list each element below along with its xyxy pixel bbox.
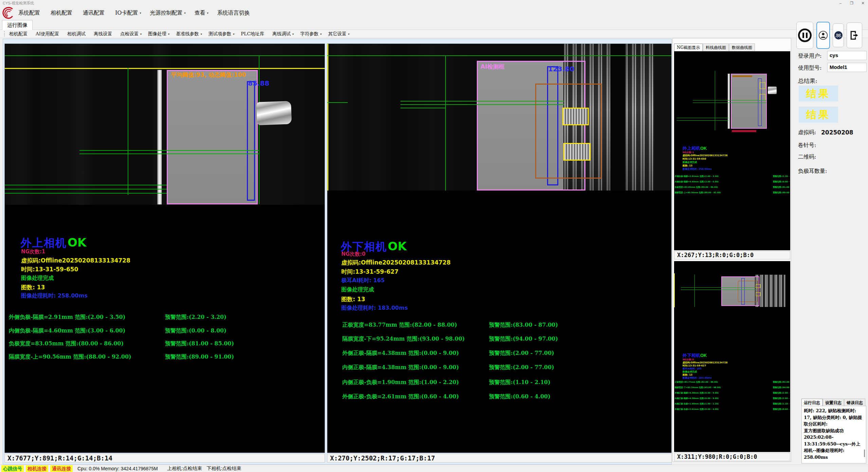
tab-data-curve[interactable]: 数据曲线图 xyxy=(729,43,755,52)
menu-label: 查看 xyxy=(194,10,205,16)
login-user-label: 登录用户: xyxy=(798,53,821,60)
measure-line xyxy=(694,275,695,307)
lower-camera-coordinate-bar: X:270;Y:2502;R:17;G:17;B:17 xyxy=(327,454,672,462)
negative-tab-count-label: 负极耳数量: xyxy=(798,168,827,175)
virtual-code-text: 虚拟码:Offline20250208133134728 xyxy=(683,154,728,157)
tab-run-image[interactable]: 运行图像 xyxy=(2,20,33,30)
roi-box xyxy=(738,281,758,302)
menu-light-control-config[interactable]: 光源控制配置▾ xyxy=(150,10,185,17)
frame-count-text: 图数: 13 xyxy=(683,164,692,167)
menu-view[interactable]: 查看▾ xyxy=(194,10,208,17)
metal-gap xyxy=(654,44,672,190)
toolbar-baseline-params[interactable]: 基准线参数▾ xyxy=(176,31,202,37)
menu-label: 通讯配置 xyxy=(83,10,105,16)
total-result-label: 总结果: xyxy=(798,77,817,85)
menu-camera-config[interactable]: 相机配置 xyxy=(51,10,74,17)
toolbar-other-settings[interactable]: 其它设置▾ xyxy=(328,31,349,37)
measurement-text: 正极宽度=83.77mm 范围:(82.00 - 88.00) xyxy=(675,381,718,384)
camera-title: 外上相机 xyxy=(21,236,67,249)
tab-ng-snapshot[interactable]: NG截图显示 xyxy=(674,43,703,52)
menu-label: 相机配置 xyxy=(51,10,72,16)
menu-language-switch[interactable]: 系统语言切换 xyxy=(217,10,251,17)
upper-camera-snapshot[interactable]: 外上相机OK NG次数:1 虚拟码:Offline202502081331347… xyxy=(674,51,790,250)
model-field[interactable]: Model1 xyxy=(827,63,867,72)
log-content[interactable]: 耗时: 222, 缺陷检测耗时: 17, 缺陷分类耗时: 0, 缺陷提取分区耗时… xyxy=(801,406,866,464)
measurement-text: 负极宽度=83.05mm 范围:(80.00 - 86.00) xyxy=(675,186,718,189)
menu-label: 光源控制配置 xyxy=(150,10,182,16)
total-result-box-2: 结果 xyxy=(799,107,838,123)
toolbar-label: 离线调试 xyxy=(272,31,291,36)
toolbar-label: 离线设置 xyxy=(94,31,112,36)
dropdown-arrow-icon: ▾ xyxy=(168,33,169,36)
snapshot-tab-row: NG截图显示料线曲线图数据曲线图 xyxy=(674,43,755,52)
menu-system-config[interactable]: 系统配置 xyxy=(18,10,42,17)
warning-range-text: 预警范围:(89.00 - 91.00) xyxy=(773,191,790,194)
camera-title: 外上相机 xyxy=(683,146,700,151)
upper-camera-status: 上相机:点检结束 xyxy=(167,466,202,472)
measurement-text: 隔膜宽度-上=90.56mm 范围:(88.00 - 92.00) xyxy=(9,353,131,361)
app-logo-icon xyxy=(1,6,14,19)
menu-label: IO卡配置 xyxy=(115,10,138,16)
camera-connect-badge: 相机连接 xyxy=(26,465,48,472)
frame-count-text: 图数: 13 xyxy=(341,295,365,303)
measure-line xyxy=(79,153,259,154)
menu-comm-config[interactable]: 通讯配置 xyxy=(83,10,106,17)
tab-line-curve[interactable]: 料线曲线图 xyxy=(703,43,729,52)
warning-range-text: 预警范围:(2.00 - 77.00) xyxy=(773,392,790,395)
lower-camera-status: 下相机:点检结束 xyxy=(206,466,241,472)
close-icon[interactable]: ✕ xyxy=(858,0,868,6)
measurement-text: 隔膜宽度-下=95.24mm 范围:(93.00 - 98.00) xyxy=(342,335,465,343)
lower-camera-snapshot[interactable]: 外下相机OK NG次数:0 虚拟码:Offline202502081331347… xyxy=(674,261,790,452)
menu-io-card-config[interactable]: IO卡配置▾ xyxy=(115,10,141,17)
time-text: 时间:13-31-59-650 xyxy=(21,266,78,273)
measure-line xyxy=(400,101,564,102)
process-done-text: 图像处理完成 xyxy=(341,286,374,293)
measure-line xyxy=(128,68,128,195)
toolbar-char-params[interactable]: 字符参数▾ xyxy=(300,31,322,37)
toolbar-test-item-params[interactable]: 测试项参数▾ xyxy=(209,31,235,37)
measurement-text: 内侧负极-隔膜=4.60mm 范围:(3.00 - 6.00) xyxy=(675,180,719,183)
toolbar-spot-check-setup[interactable]: 点检设置▾ xyxy=(120,31,142,37)
measurement-text: 内侧负极-隔膜=4.60mm 范围:(3.00 - 6.00) xyxy=(9,327,125,334)
tab-detect-box xyxy=(563,143,591,161)
upper-camera-view[interactable]: 平均阈值:93, 动态阈值:100 85.88 外上相机OK NG次数:1 虚拟… xyxy=(4,43,325,453)
dropdown-arrow-icon: ▾ xyxy=(207,12,208,15)
toolbar-offline-setup[interactable]: 离线设置 xyxy=(94,31,114,37)
edge-reference-line xyxy=(674,273,675,307)
measurement-text: 外侧正极-负极=2.61mm 范围:(0.60 - 4.00) xyxy=(675,408,719,411)
process-done-text: 图像处理完成 xyxy=(683,161,697,164)
pause-button[interactable] xyxy=(796,22,813,49)
toolbar-image-processing[interactable]: 图像处理▾ xyxy=(148,31,169,37)
users-button[interactable] xyxy=(833,23,844,47)
restore-icon[interactable]: ❐ xyxy=(847,0,857,6)
warning-range-text: 预警范围:(1.10 - 2.10) xyxy=(489,379,550,386)
minimize-icon[interactable]: – xyxy=(835,0,846,6)
user-button[interactable] xyxy=(816,22,830,49)
window-controls: – ❐ ✕ xyxy=(835,0,868,6)
log-scrollbar[interactable] xyxy=(864,450,865,457)
exit-button[interactable] xyxy=(847,22,862,48)
dropdown-arrow-icon: ▾ xyxy=(140,12,141,15)
process-done-text: 图像处理完成 xyxy=(21,275,54,282)
toolbar-grip-handle[interactable] xyxy=(4,31,5,36)
lower-camera-view[interactable]: AI检测框 123.80 外下相机OK NG次数:0 虚拟码:Offline20… xyxy=(327,43,672,453)
warning-range-text: 预警范围:(83.00 - 87.00) xyxy=(773,381,790,384)
toolbar-camera-config[interactable]: 相机配置 xyxy=(9,31,29,37)
edge-detect-box xyxy=(247,81,255,201)
heartbeat-status-badge: 心跳信号 xyxy=(1,465,24,472)
tab-connector-image xyxy=(256,101,292,125)
dropdown-arrow-icon: ▾ xyxy=(184,12,185,15)
measurement-text: 正极宽度=83.77mm 范围:(82.00 - 88.00) xyxy=(342,322,457,329)
comm-connect-badge: 通讯连接 xyxy=(50,465,73,472)
login-user-field[interactable]: cys xyxy=(827,51,867,60)
toolbar-plc-address-lib[interactable]: PLC地址库 xyxy=(241,31,266,37)
toolbar-label: 基准线参数 xyxy=(176,31,199,36)
virtual-code-text: 虚拟码:Offline20250208133134728 xyxy=(341,259,451,267)
toolbar-offline-debug[interactable]: 离线调试▾ xyxy=(272,31,294,37)
camera-result: OK xyxy=(388,239,406,253)
measurement-text: 内侧正极-负极=1.90mm 范围:(1.00 - 2.20) xyxy=(675,402,719,405)
toolbar-camera-debug[interactable]: 相机调试 xyxy=(67,31,87,37)
toolbar-ai-use-config[interactable]: AI使用配置 xyxy=(36,31,61,37)
warning-range-text: 预警范围:(0.60 - 4.00) xyxy=(489,393,550,400)
bright-edge-strip xyxy=(157,70,162,204)
